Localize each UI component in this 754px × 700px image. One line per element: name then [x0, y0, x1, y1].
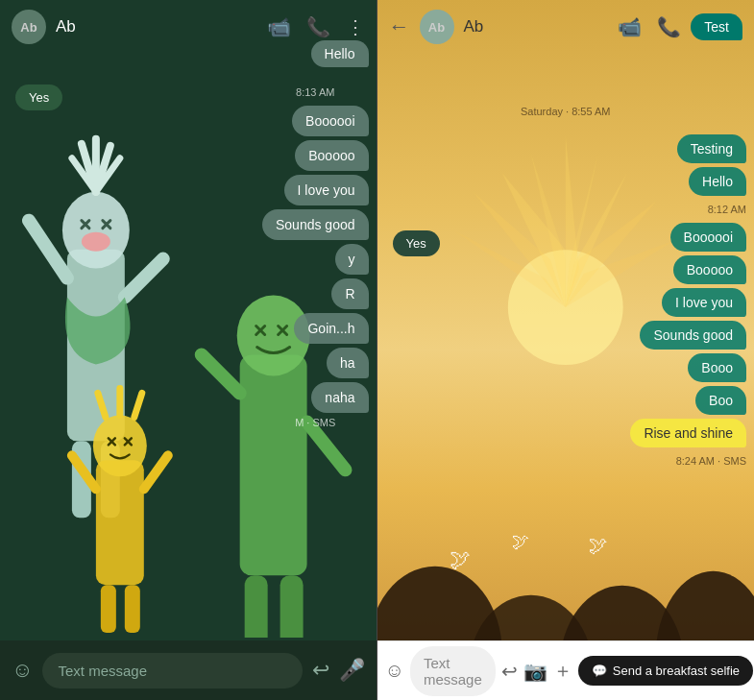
svg-line-13	[125, 259, 163, 298]
svg-rect-38	[280, 575, 304, 638]
svg-text:🕊: 🕊	[588, 535, 607, 556]
emoji-icon-right[interactable]: ☺	[385, 660, 404, 682]
svg-line-12	[29, 221, 67, 278]
camera-icon-right[interactable]: 📷	[523, 660, 547, 683]
msg-iloveyou-right: I love you	[662, 288, 746, 317]
svg-point-11	[82, 232, 110, 252]
right-avatar[interactable]: Ab	[420, 10, 454, 44]
svg-line-35	[202, 354, 240, 393]
msg-testing-right: Testing	[677, 134, 746, 163]
video-call-icon-right[interactable]: 📹	[618, 15, 642, 38]
svg-rect-27	[101, 585, 116, 633]
right-header: ← Ab Ab 📹 📞 Test	[377, 0, 755, 54]
left-header: Ab Ab 📹 📞 ⋮	[0, 0, 377, 54]
msg-hello-right: Hello	[689, 167, 746, 196]
svg-line-20	[134, 393, 142, 417]
phone-icon-right[interactable]: 📞	[657, 15, 681, 38]
msg-naha-left: naha	[311, 382, 368, 413]
right-messages: Testing Hello 8:12 AM Boooooi Booooo I l…	[630, 134, 746, 471]
text-input-right[interactable]: Text message	[410, 646, 496, 696]
text-input-left[interactable]: Text message	[42, 653, 302, 688]
phone-icon[interactable]: 📞	[306, 15, 330, 38]
svg-rect-28	[125, 585, 140, 633]
yes-button-left[interactable]: Yes	[15, 84, 62, 110]
left-panel: Ab Ab 📹 📞 ⋮ Hello Yes	[0, 0, 377, 700]
msg-booooo-left: Booooo	[295, 140, 368, 171]
date-label-right: Saturday · 8:55 AM	[377, 106, 755, 117]
attach-icon-right[interactable]: ↩	[501, 660, 518, 683]
emoji-icon-left[interactable]: ☺	[12, 658, 33, 683]
video-call-icon[interactable]: 📹	[267, 15, 291, 38]
time2-right: 8:24 AM · SMS	[676, 455, 746, 467]
svg-text:🕊: 🕊	[449, 547, 470, 571]
breakfast-selfie-button[interactable]: 💬 Send a breakfast selfie	[578, 656, 753, 686]
msg-iloveyou-left: I love you	[284, 175, 369, 205]
msg-ha-left: ha	[327, 348, 369, 378]
left-time: 8:13 AM	[262, 86, 369, 98]
add-icon-right[interactable]: ＋	[553, 658, 572, 684]
left-avatar[interactable]: Ab	[12, 10, 46, 44]
left-messages: 8:13 AM Boooooi Booooo I love you Sounds…	[262, 86, 369, 432]
more-icon[interactable]: ⋮	[346, 15, 365, 38]
yes-button-right[interactable]: Yes	[393, 230, 440, 256]
msg-booooo-right: Booooo	[673, 255, 746, 284]
msg-soundsgood-right: Sounds good	[640, 321, 746, 350]
svg-point-17	[93, 415, 147, 476]
msg-y-left: y	[335, 244, 369, 275]
msg-riseshine-right: Rise and shine	[630, 419, 746, 447]
msg-booo-right: Booo	[688, 353, 746, 382]
panel-divider	[377, 0, 377, 700]
svg-text:🕊: 🕊	[511, 532, 528, 551]
right-bottom-bar: ☺ Text message ↩ 📷 ＋ 💬 Send a breakfast …	[377, 640, 755, 700]
attach-icon-left[interactable]: ↩	[312, 658, 329, 683]
svg-rect-37	[245, 575, 268, 638]
svg-line-26	[144, 455, 168, 489]
right-panel: 🕊 🕊 🕊 ← Ab Ab 📹 📞 Test Saturday · 8:55 A…	[377, 0, 755, 700]
msg-boo-right: Boo	[695, 386, 746, 415]
msg-boooooi-right: Boooooi	[670, 223, 746, 252]
breakfast-selfie-label: Send a breakfast selfie	[613, 664, 740, 678]
mic-icon-left[interactable]: 🎤	[339, 658, 365, 683]
right-contact-name[interactable]: Ab	[464, 17, 609, 36]
test-bubble: Test	[691, 13, 742, 40]
svg-point-1	[62, 192, 130, 269]
left-bottom-bar: ☺ Text message ↩ 🎤	[0, 640, 377, 700]
right-header-icons: 📹 📞	[618, 15, 681, 38]
msg-going-left: Goin...h	[294, 313, 368, 344]
back-icon[interactable]: ←	[389, 14, 410, 39]
msg-soundsgood-left: Sounds good	[262, 209, 369, 240]
svg-rect-16	[96, 460, 144, 585]
msg-boooooi-left: Boooooi	[292, 106, 368, 136]
msg-r-left: R	[331, 278, 368, 309]
time1-right: 8:12 AM	[708, 204, 746, 215]
selfie-btn-icon: 💬	[592, 664, 607, 678]
left-sms-label: M · SMS	[262, 417, 369, 428]
left-contact-name[interactable]: Ab	[56, 17, 257, 36]
left-header-icons: 📹 📞 ⋮	[267, 15, 365, 38]
